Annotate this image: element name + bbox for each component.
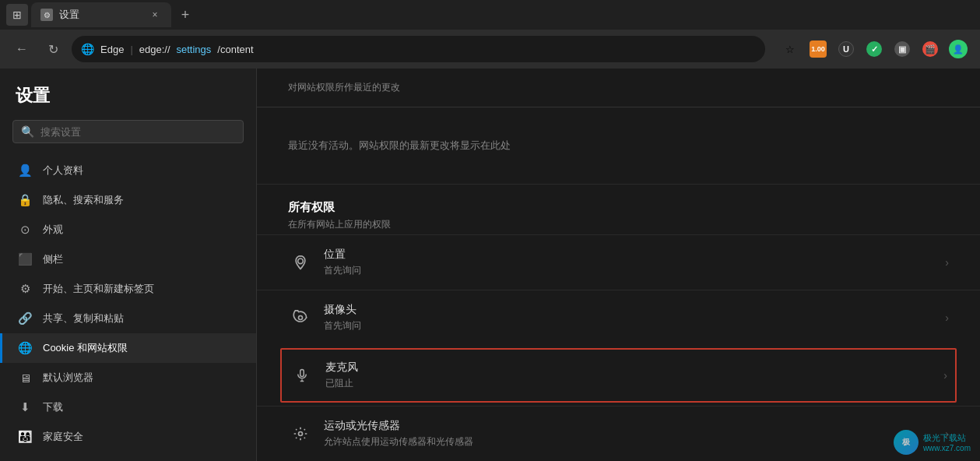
search-icon: 🔍 — [21, 125, 34, 138]
camera-desc: 首先询问 — [324, 319, 945, 333]
tab-close-button[interactable]: × — [148, 8, 162, 22]
sidebar-item-language[interactable]: A 语言 — [0, 452, 256, 461]
address-suffix: /content — [217, 44, 253, 55]
ext-check-icon: ✓ — [866, 41, 882, 57]
new-tab-button[interactable]: + — [174, 4, 196, 26]
favorites-button[interactable]: ☆ — [778, 37, 803, 62]
sidebar-label-share: 共享、复制和粘贴 — [43, 311, 124, 326]
permission-item-camera[interactable]: 摄像头 首先询问 › — [257, 290, 980, 345]
location-name: 位置 — [324, 248, 945, 262]
permission-item-microphone[interactable]: 麦克风 已阻止 › — [280, 348, 957, 403]
lock-icon: 🔒 — [18, 193, 32, 207]
sidebar-label-sidebar: 侧栏 — [43, 252, 63, 266]
sidebar-label-appearance: 外观 — [43, 223, 63, 237]
edge-nav-icon: 🌐 — [81, 43, 94, 55]
sidebar-item-privacy[interactable]: 🔒 隐私、搜索和服务 — [0, 185, 256, 215]
section-header-all-permissions: 所有权限 在所有网站上应用的权限 — [257, 185, 980, 234]
cookies-icon: 🌐 — [18, 341, 32, 355]
collections-button[interactable]: 1.00 — [806, 37, 831, 62]
section-notice: 对网站权限所作最近的更改 — [257, 69, 980, 107]
microphone-name: 麦克风 — [325, 361, 943, 375]
sidebar-icon: ⬛ — [18, 252, 32, 266]
section-empty: 最近没有活动。网站权限的最新更改将显示在此处 — [257, 107, 980, 185]
sidebar-item-downloads[interactable]: ⬇ 下载 — [0, 392, 256, 422]
microphone-desc: 已阻止 — [325, 377, 943, 390]
motion-icon — [288, 421, 313, 446]
location-desc: 首先询问 — [324, 264, 945, 277]
search-box[interactable]: 🔍 — [12, 120, 244, 143]
sidebar-title: 设置 — [0, 84, 256, 120]
permission-item-location[interactable]: 位置 首先询问 › — [257, 234, 980, 290]
empty-text: 最近没有活动。网站权限的最新更改将显示在此处 — [288, 139, 511, 151]
sidebar-item-sidebar[interactable]: ⬛ 侧栏 — [0, 245, 256, 274]
startup-icon: ⚙ — [18, 282, 32, 296]
permission-item-motion[interactable]: 运动或光传感器 允许站点使用运动传感器和光传感器 › — [257, 406, 980, 461]
sidebar-label-cookies: Cookie 和网站权限 — [43, 341, 128, 355]
sidebar: 设置 🔍 👤 个人资料 🔒 隐私、搜索和服务 ⊙ 外观 ⬛ 侧栏 ⚙ 开始、主页… — [0, 69, 257, 461]
watermark-line1: 极光下载站 — [923, 432, 971, 444]
ext-check-button[interactable]: ✓ — [862, 37, 887, 62]
share-icon: 🔗 — [18, 311, 32, 326]
camera-icon — [288, 305, 313, 330]
active-tab[interactable]: ⚙ 设置 × — [31, 2, 171, 27]
watermark-line2: www.xz7.com — [923, 444, 971, 452]
favorites-icon: ☆ — [785, 44, 795, 55]
sidebar-item-browser[interactable]: 🖥 默认浏览器 — [0, 363, 256, 392]
motion-text: 运动或光传感器 允许站点使用运动传感器和光传感器 — [324, 419, 945, 449]
watermark-text: 极光下载站 www.xz7.com — [923, 432, 971, 452]
sidebar-label-startup: 开始、主页和新建标签页 — [43, 282, 154, 296]
tab-title: 设置 — [59, 8, 79, 22]
watermark-logo: 极 — [894, 430, 919, 455]
sidebar-item-startup[interactable]: ⚙ 开始、主页和新建标签页 — [0, 274, 256, 304]
downloads-icon: ⬇ — [18, 400, 32, 414]
sidebar-item-profile[interactable]: 👤 个人资料 — [0, 156, 256, 185]
ext-u-icon: U — [838, 41, 854, 57]
address-bar[interactable]: 🌐 Edge | edge://settings/content — [72, 36, 765, 62]
address-protocol: edge:// — [139, 44, 170, 55]
search-input[interactable] — [40, 126, 235, 138]
back-button[interactable]: ← — [9, 37, 34, 62]
content-area: 对网站权限所作最近的更改 最近没有活动。网站权限的最新更改将显示在此处 所有权限… — [257, 69, 980, 461]
browser-icon: 🖥 — [18, 371, 32, 385]
profile-button[interactable]: 👤 — [946, 37, 971, 62]
camera-name: 摄像头 — [324, 303, 945, 317]
notice-text: 对网站权限所作最近的更改 — [288, 82, 400, 93]
motion-name: 运动或光传感器 — [324, 419, 945, 433]
sidebar-item-cookies[interactable]: 🌐 Cookie 和网站权限 — [0, 333, 256, 363]
all-permissions-subtitle: 在所有网站上应用的权限 — [288, 218, 949, 231]
sidebar-label-profile: 个人资料 — [43, 164, 83, 178]
ext-media-button[interactable]: 🎬 — [918, 37, 943, 62]
ext-media-icon: 🎬 — [922, 41, 938, 57]
sidebar-label-family: 家庭安全 — [43, 430, 83, 444]
sidebar-item-share[interactable]: 🔗 共享、复制和粘贴 — [0, 304, 256, 333]
svg-point-3 — [299, 432, 303, 436]
location-icon — [288, 250, 313, 275]
camera-arrow: › — [945, 311, 949, 324]
microphone-wrapper: 麦克风 已阻止 › — [257, 345, 980, 406]
ext-u-button[interactable]: U — [834, 37, 859, 62]
toolbar-icons: ☆ 1.00 U ✓ ▣ — [778, 37, 971, 62]
nav-bar: ← ↻ 🌐 Edge | edge://settings/content ☆ 1… — [0, 30, 980, 69]
refresh-button[interactable]: ↻ — [40, 37, 65, 62]
appearance-icon: ⊙ — [18, 223, 32, 237]
motion-desc: 允许站点使用运动传感器和光传感器 — [324, 435, 945, 449]
main-layout: 设置 🔍 👤 个人资料 🔒 隐私、搜索和服务 ⊙ 外观 ⬛ 侧栏 ⚙ 开始、主页… — [0, 69, 980, 461]
sidebar-label-privacy: 隐私、搜索和服务 — [43, 193, 124, 207]
address-settings: settings — [177, 44, 212, 55]
camera-text: 摄像头 首先询问 — [324, 303, 945, 333]
sidebar-label-downloads: 下载 — [43, 400, 63, 414]
tab-bar: ⊞ ⚙ 设置 × + — [0, 0, 980, 30]
ext-grid-icon: ▣ — [894, 41, 910, 57]
sidebar-item-appearance[interactable]: ⊙ 外观 — [0, 215, 256, 245]
sidebar-label-browser: 默认浏览器 — [43, 371, 93, 385]
tab-favicon: ⚙ — [40, 9, 53, 21]
svg-rect-2 — [300, 370, 304, 377]
ext-grid-button[interactable]: ▣ — [890, 37, 915, 62]
microphone-icon — [290, 363, 314, 388]
address-separator: | — [130, 44, 132, 55]
collections-icon: 1.00 — [810, 40, 827, 58]
svg-point-1 — [299, 316, 303, 320]
collections-badge: 1.00 — [811, 45, 825, 53]
sidebar-item-family[interactable]: 👨‍👩‍👧 家庭安全 — [0, 422, 256, 452]
tab-group-button[interactable]: ⊞ — [6, 4, 28, 26]
